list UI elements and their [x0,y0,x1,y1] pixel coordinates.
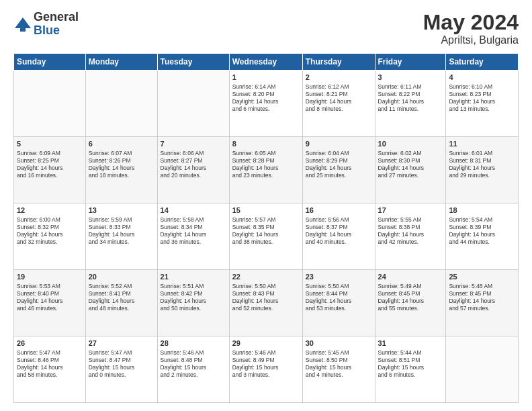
calendar-week-3: 19Sunrise: 5:53 AMSunset: 8:40 PMDayligh… [14,270,519,336]
day-number: 26 [17,338,83,349]
day-number: 13 [89,205,154,216]
calendar-cell: 4Sunrise: 6:10 AMSunset: 8:23 PMDaylight… [446,71,519,137]
day-number: 16 [306,205,372,216]
weekday-header-row: SundayMondayTuesdayWednesdayThursdayFrid… [14,54,519,71]
cell-info: Sunrise: 6:12 AMSunset: 8:21 PMDaylight:… [306,83,372,113]
cell-info: Sunrise: 6:06 AMSunset: 8:27 PMDaylight:… [161,150,226,179]
cell-info: Sunrise: 5:51 AMSunset: 8:42 PMDaylight:… [161,283,226,312]
cell-info: Sunrise: 5:50 AMSunset: 8:43 PMDaylight:… [232,283,300,312]
calendar-cell: 16Sunrise: 5:56 AMSunset: 8:37 PMDayligh… [302,203,375,270]
calendar-week-4: 26Sunrise: 5:47 AMSunset: 8:46 PMDayligh… [14,336,519,403]
calendar-cell: 26Sunrise: 5:47 AMSunset: 8:46 PMDayligh… [14,336,86,403]
calendar-cell: 3Sunrise: 6:11 AMSunset: 8:22 PMDaylight… [375,71,446,137]
cell-info: Sunrise: 5:50 AMSunset: 8:44 PMDaylight:… [306,283,372,312]
cell-info: Sunrise: 5:48 AMSunset: 8:45 PMDaylight:… [449,283,515,312]
cell-info: Sunrise: 5:49 AMSunset: 8:45 PMDaylight:… [378,283,443,312]
cell-info: Sunrise: 5:58 AMSunset: 8:34 PMDaylight:… [161,216,226,246]
cell-info: Sunrise: 6:05 AMSunset: 8:28 PMDaylight:… [232,150,300,179]
calendar-cell: 30Sunrise: 5:45 AMSunset: 8:50 PMDayligh… [302,336,375,403]
calendar-cell: 21Sunrise: 5:51 AMSunset: 8:42 PMDayligh… [157,270,229,336]
calendar-cell [446,336,519,403]
svg-marker-0 [15,17,31,28]
day-number: 27 [89,338,154,349]
calendar-cell: 7Sunrise: 6:06 AMSunset: 8:27 PMDaylight… [157,137,229,203]
cell-info: Sunrise: 6:02 AMSunset: 8:30 PMDaylight:… [378,150,443,179]
cell-info: Sunrise: 5:46 AMSunset: 8:49 PMDaylight:… [232,349,300,379]
day-number: 30 [306,338,372,349]
cell-info: Sunrise: 6:10 AMSunset: 8:23 PMDaylight:… [449,83,515,113]
calendar-body: 1Sunrise: 6:14 AMSunset: 8:20 PMDaylight… [14,71,519,403]
day-number: 15 [232,205,300,216]
calendar-cell: 9Sunrise: 6:04 AMSunset: 8:29 PMDaylight… [302,137,375,203]
day-number: 7 [161,139,226,149]
cell-info: Sunrise: 5:56 AMSunset: 8:37 PMDaylight:… [306,216,372,246]
logo-text: General Blue [34,11,79,38]
calendar-cell: 10Sunrise: 6:02 AMSunset: 8:30 PMDayligh… [375,137,446,203]
weekday-header-tuesday: Tuesday [157,54,229,71]
cell-info: Sunrise: 5:57 AMSunset: 8:35 PMDaylight:… [232,216,300,246]
calendar-week-0: 1Sunrise: 6:14 AMSunset: 8:20 PMDaylight… [14,71,519,137]
day-number: 19 [17,272,83,282]
cell-info: Sunrise: 6:09 AMSunset: 8:25 PMDaylight:… [17,150,83,179]
weekday-header-monday: Monday [85,54,157,71]
header: General Blue May 2024 Apriltsi, Bulgaria [13,11,519,46]
day-number: 31 [378,338,443,349]
calendar-cell: 18Sunrise: 5:54 AMSunset: 8:39 PMDayligh… [446,203,519,270]
day-number: 23 [306,272,372,282]
cell-info: Sunrise: 6:00 AMSunset: 8:32 PMDaylight:… [17,216,83,246]
calendar-cell: 11Sunrise: 6:01 AMSunset: 8:31 PMDayligh… [446,137,519,203]
calendar-week-2: 12Sunrise: 6:00 AMSunset: 8:32 PMDayligh… [14,203,519,270]
cell-info: Sunrise: 5:59 AMSunset: 8:33 PMDaylight:… [89,216,154,246]
calendar-cell [14,71,86,137]
day-number: 10 [378,139,443,149]
calendar-cell: 29Sunrise: 5:46 AMSunset: 8:49 PMDayligh… [229,336,302,403]
cell-info: Sunrise: 6:04 AMSunset: 8:29 PMDaylight:… [306,150,372,179]
calendar-header: SundayMondayTuesdayWednesdayThursdayFrid… [14,54,519,71]
calendar: SundayMondayTuesdayWednesdayThursdayFrid… [13,53,519,403]
day-number: 8 [232,139,300,149]
day-number: 24 [378,272,443,282]
day-number: 22 [232,272,300,282]
day-number: 14 [161,205,226,216]
calendar-cell: 15Sunrise: 5:57 AMSunset: 8:35 PMDayligh… [229,203,302,270]
calendar-cell: 5Sunrise: 6:09 AMSunset: 8:25 PMDaylight… [14,137,86,203]
calendar-cell: 31Sunrise: 5:44 AMSunset: 8:51 PMDayligh… [375,336,446,403]
calendar-cell: 13Sunrise: 5:59 AMSunset: 8:33 PMDayligh… [85,203,157,270]
day-number: 28 [161,338,226,349]
cell-info: Sunrise: 6:11 AMSunset: 8:22 PMDaylight:… [378,83,443,113]
calendar-cell: 20Sunrise: 5:52 AMSunset: 8:41 PMDayligh… [85,270,157,336]
day-number: 29 [232,338,300,349]
cell-info: Sunrise: 5:44 AMSunset: 8:51 PMDaylight:… [378,349,443,379]
month-year: May 2024 [423,11,519,34]
day-number: 9 [306,139,372,149]
day-number: 11 [449,139,515,149]
calendar-cell: 2Sunrise: 6:12 AMSunset: 8:21 PMDaylight… [302,71,375,137]
day-number: 20 [89,272,154,282]
cell-info: Sunrise: 5:55 AMSunset: 8:38 PMDaylight:… [378,216,443,246]
cell-info: Sunrise: 5:52 AMSunset: 8:41 PMDaylight:… [89,283,154,312]
cell-info: Sunrise: 5:47 AMSunset: 8:46 PMDaylight:… [17,349,83,379]
cell-info: Sunrise: 5:53 AMSunset: 8:40 PMDaylight:… [17,283,83,312]
weekday-header-friday: Friday [375,54,446,71]
calendar-cell: 25Sunrise: 5:48 AMSunset: 8:45 PMDayligh… [446,270,519,336]
calendar-cell: 27Sunrise: 5:47 AMSunset: 8:47 PMDayligh… [85,336,157,403]
page: General Blue May 2024 Apriltsi, Bulgaria… [0,0,532,411]
day-number: 5 [17,139,83,149]
calendar-cell: 12Sunrise: 6:00 AMSunset: 8:32 PMDayligh… [14,203,86,270]
calendar-cell: 24Sunrise: 5:49 AMSunset: 8:45 PMDayligh… [375,270,446,336]
cell-info: Sunrise: 5:45 AMSunset: 8:50 PMDaylight:… [306,349,372,379]
day-number: 6 [89,139,154,149]
logo-blue: Blue [34,24,79,38]
day-number: 17 [378,205,443,216]
weekday-header-sunday: Sunday [14,54,86,71]
svg-rect-1 [20,28,26,32]
cell-info: Sunrise: 5:46 AMSunset: 8:48 PMDaylight:… [161,349,226,379]
calendar-cell [85,71,157,137]
day-number: 3 [378,73,443,83]
cell-info: Sunrise: 6:14 AMSunset: 8:20 PMDaylight:… [232,83,300,113]
calendar-cell: 8Sunrise: 6:05 AMSunset: 8:28 PMDaylight… [229,137,302,203]
calendar-week-1: 5Sunrise: 6:09 AMSunset: 8:25 PMDaylight… [14,137,519,203]
calendar-cell: 14Sunrise: 5:58 AMSunset: 8:34 PMDayligh… [157,203,229,270]
cell-info: Sunrise: 6:07 AMSunset: 8:26 PMDaylight:… [89,150,154,179]
location: Apriltsi, Bulgaria [423,34,519,46]
